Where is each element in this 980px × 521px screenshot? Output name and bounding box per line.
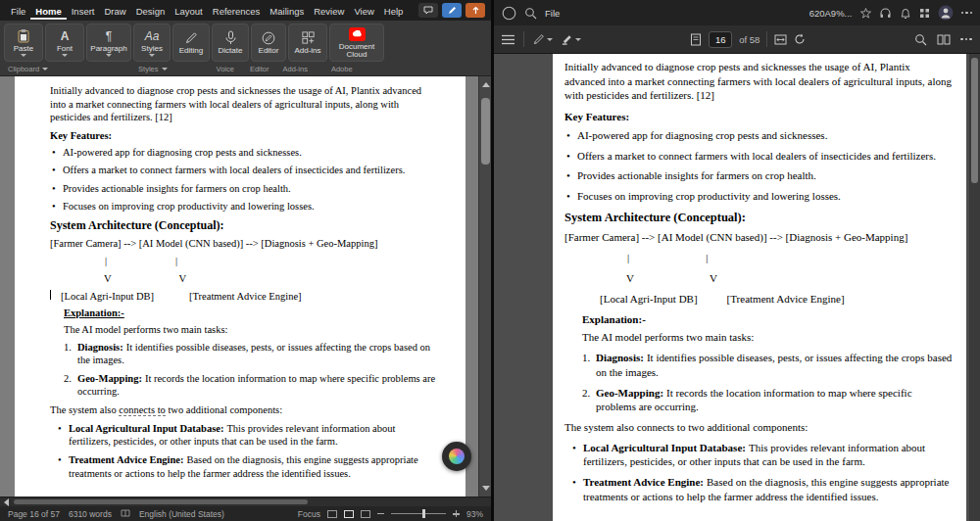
diagram-arrows: VV — [50, 272, 436, 286]
word-count[interactable]: 6310 words — [69, 509, 112, 519]
highlighter-icon[interactable] — [562, 33, 581, 45]
menu-draw[interactable]: Draw — [99, 2, 130, 20]
page-number-input[interactable] — [709, 31, 732, 48]
architecture-heading: System Architecture (Conceptual): — [564, 210, 953, 226]
editing-button[interactable]: Editing — [172, 24, 210, 62]
pdf-toolbar: of 58 — [494, 25, 980, 54]
dictate-button[interactable]: Dictate — [212, 24, 249, 62]
paragraph-button[interactable]: ¶ Paragraph — [86, 24, 131, 62]
favorite-star-icon[interactable] — [860, 8, 871, 19]
dictate-label: Dictate — [219, 47, 243, 55]
key-features-heading: Key Features: — [564, 110, 953, 124]
styles-button[interactable]: Aa Styles — [133, 24, 171, 62]
more-options-icon[interactable] — [961, 12, 973, 15]
menu-mailings[interactable]: Mailings — [265, 2, 309, 20]
microphone-icon — [224, 30, 237, 46]
editing-mode-icon[interactable] — [442, 3, 462, 18]
apps-grid-icon[interactable] — [919, 8, 930, 19]
explanation-heading: Explanation:- — [64, 307, 436, 320]
more-tools-icon[interactable] — [960, 38, 972, 41]
font-button[interactable]: A Font — [45, 24, 84, 62]
pdf-topbar: File 620A9%... — [494, 0, 980, 25]
search-document-icon[interactable] — [914, 33, 927, 46]
dialog-launcher-icon[interactable] — [42, 68, 48, 71]
tab-circle-icon[interactable] — [502, 6, 516, 21]
print-layout-icon[interactable] — [344, 510, 354, 518]
paste-button[interactable]: Paste — [4, 24, 43, 62]
menu-references[interactable]: References — [208, 2, 266, 20]
vertical-scrollbar[interactable] — [478, 76, 491, 497]
group-styles: Styles — [138, 65, 158, 73]
feature-text: AI-powered app for diagnosing crop pests… — [577, 128, 827, 143]
zoom-out-icon[interactable] — [377, 513, 384, 515]
component-term: Local Agricultural Input Database: — [69, 423, 223, 434]
menu-review[interactable]: Review — [309, 2, 349, 20]
scroll-left-icon[interactable] — [4, 498, 9, 506]
file-menu[interactable]: File — [545, 8, 560, 19]
paste-label: Paste — [14, 45, 33, 53]
vertical-scrollbar[interactable] — [969, 54, 980, 521]
horizontal-scrollbar[interactable] — [0, 497, 491, 506]
architecture-flow-line: [Farmer Camera] --> [AI Model (CNN based… — [564, 230, 953, 245]
web-layout-icon[interactable] — [361, 510, 370, 518]
scrollbar-thumb[interactable] — [14, 499, 308, 504]
language-indicator[interactable]: English (United States) — [139, 509, 224, 519]
zoom-slider-knob[interactable] — [422, 509, 425, 518]
rotate-icon[interactable] — [794, 33, 806, 45]
editor-button[interactable]: Editor — [251, 24, 286, 62]
pdf-page[interactable]: Initially advanced to diagnose crop pest… — [553, 54, 966, 521]
feature-text: Offers a market to connect farmers with … — [63, 164, 405, 177]
tasks-list: 1.Diagnosis:It identifies possible disea… — [64, 341, 436, 400]
menu-view[interactable]: View — [349, 2, 378, 20]
add-ins-label: Add-ins — [294, 47, 320, 55]
menu-file[interactable]: File — [6, 2, 30, 20]
search-icon[interactable] — [524, 7, 537, 20]
menu-insert[interactable]: Insert — [67, 2, 100, 20]
scroll-down-icon[interactable] — [482, 486, 490, 491]
document-cloud-button[interactable]: Document Cloud — [329, 24, 384, 62]
focus-button[interactable]: Focus — [298, 509, 320, 519]
bullet-marker: • — [564, 128, 577, 143]
fit-page-icon[interactable] — [690, 33, 702, 46]
bullet-marker: • — [50, 182, 63, 196]
word-document-page[interactable]: Initially advanced to diagnose crop pest… — [15, 76, 466, 497]
number-marker: 2. — [64, 372, 77, 399]
share-icon[interactable] — [466, 3, 485, 18]
scrollbar-thumb[interactable] — [481, 98, 490, 165]
menu-help[interactable]: Help — [379, 2, 409, 20]
components-list: •Local Agricultural Input Database:This … — [570, 441, 953, 504]
thumbnails-panel-icon[interactable] — [502, 34, 514, 45]
feature-text: Offers a market to connect farmers with … — [577, 149, 936, 164]
list-item: •Offers a market to connect farmers with… — [564, 149, 953, 164]
word-ribbon: Paste A Font ¶ Paragraph Aa Styles — [0, 21, 491, 76]
feature-text: Focuses on improving crop productivity a… — [63, 200, 315, 213]
menu-design[interactable]: Design — [131, 2, 171, 20]
scrollbar-thumb[interactable] — [971, 58, 978, 183]
zoom-in-icon[interactable] — [453, 510, 460, 517]
bullet-marker: • — [570, 475, 583, 503]
dialog-launcher-icon[interactable] — [162, 68, 168, 71]
zoom-slider[interactable] — [391, 513, 446, 514]
diagram-pipes: || — [50, 255, 436, 268]
document-title: 620A9%... — [809, 8, 853, 19]
draw-pen-icon[interactable] — [533, 33, 553, 45]
page-indicator[interactable]: Page 16 of 57 — [8, 509, 60, 519]
zoom-level[interactable]: 93% — [466, 509, 483, 519]
spellcheck-icon[interactable] — [121, 509, 130, 518]
scroll-up-icon[interactable] — [482, 82, 490, 87]
two-page-view-icon[interactable] — [937, 34, 951, 45]
component-term: Treatment Advice Engine: — [69, 454, 183, 465]
copilot-button[interactable] — [442, 442, 471, 471]
font-label: Font — [57, 45, 73, 53]
avatar[interactable] — [938, 5, 954, 21]
comments-icon[interactable] — [418, 3, 438, 18]
list-item: •Treatment Advice Engine:Based on the di… — [570, 475, 953, 503]
menu-layout[interactable]: Layout — [170, 2, 208, 20]
fit-width-icon[interactable] — [774, 34, 787, 45]
menu-home[interactable]: Home — [30, 2, 66, 20]
read-mode-icon[interactable] — [327, 510, 337, 518]
notifications-bell-icon[interactable] — [900, 7, 911, 20]
pipe-glyph: | — [105, 255, 107, 268]
add-ins-button[interactable]: Add-ins — [288, 24, 327, 62]
headset-icon[interactable] — [879, 7, 892, 20]
